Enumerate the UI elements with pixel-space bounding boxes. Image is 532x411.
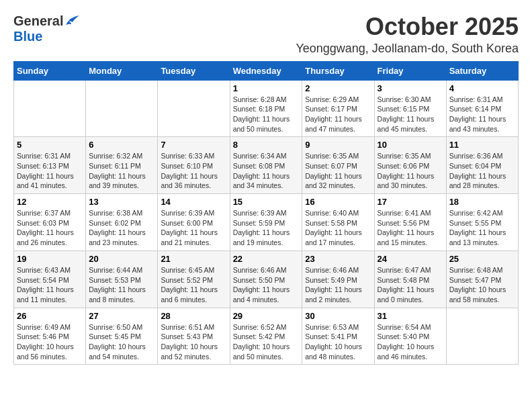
day-number: 13 (89, 197, 154, 207)
day-info: Sunrise: 6:46 AMSunset: 5:49 PMDaylight:… (305, 265, 371, 305)
day-number: 15 (233, 197, 300, 207)
day-info: Sunrise: 6:28 AMSunset: 6:18 PMDaylight:… (233, 95, 300, 134)
day-info: Sunrise: 6:44 AMSunset: 5:53 PMDaylight:… (89, 265, 154, 305)
day-info: Sunrise: 6:46 AMSunset: 5:50 PMDaylight:… (233, 265, 300, 305)
day-info: Sunrise: 6:40 AMSunset: 5:58 PMDaylight:… (305, 208, 371, 248)
day-number: 30 (305, 311, 371, 321)
day-info: Sunrise: 6:41 AMSunset: 5:56 PMDaylight:… (378, 208, 443, 248)
logo-blue: Blue (13, 29, 42, 44)
day-number: 20 (89, 254, 154, 264)
day-info: Sunrise: 6:43 AMSunset: 5:54 PMDaylight:… (17, 265, 83, 305)
calendar-cell: 29Sunrise: 6:52 AMSunset: 5:42 PMDayligh… (230, 308, 302, 365)
calendar-table: SundayMondayTuesdayWednesdayThursdayFrid… (13, 61, 519, 365)
calendar-cell: 18Sunrise: 6:42 AMSunset: 5:55 PMDayligh… (446, 194, 518, 251)
day-info: Sunrise: 6:35 AMSunset: 6:06 PMDaylight:… (378, 151, 443, 191)
day-number: 26 (17, 311, 83, 321)
calendar-header-row: SundayMondayTuesdayWednesdayThursdayFrid… (14, 61, 519, 80)
calendar-cell: 25Sunrise: 6:48 AMSunset: 5:47 PMDayligh… (446, 250, 518, 308)
day-number: 10 (378, 140, 443, 150)
day-number: 18 (449, 197, 515, 207)
calendar-week-row: 19Sunrise: 6:43 AMSunset: 5:54 PMDayligh… (14, 250, 519, 308)
calendar-cell: 6Sunrise: 6:32 AMSunset: 6:11 PMDaylight… (86, 137, 158, 194)
day-number: 2 (305, 83, 371, 93)
weekday-header: Wednesday (230, 61, 302, 80)
calendar-cell: 20Sunrise: 6:44 AMSunset: 5:53 PMDayligh… (86, 250, 158, 308)
day-info: Sunrise: 6:30 AMSunset: 6:15 PMDaylight:… (378, 95, 443, 134)
logo-general: General (13, 13, 63, 29)
day-number: 11 (449, 140, 515, 150)
calendar-cell: 23Sunrise: 6:46 AMSunset: 5:49 PMDayligh… (302, 250, 374, 308)
day-info: Sunrise: 6:53 AMSunset: 5:41 PMDaylight:… (305, 322, 371, 362)
calendar-cell: 2Sunrise: 6:29 AMSunset: 6:17 PMDaylight… (302, 80, 374, 137)
day-info: Sunrise: 6:33 AMSunset: 6:10 PMDaylight:… (161, 151, 226, 191)
day-number: 4 (449, 83, 515, 93)
page-header: General Blue October 2025 Yeonggwang, Je… (13, 13, 519, 56)
day-info: Sunrise: 6:52 AMSunset: 5:42 PMDaylight:… (233, 322, 300, 362)
day-info: Sunrise: 6:38 AMSunset: 6:02 PMDaylight:… (89, 208, 154, 248)
day-info: Sunrise: 6:31 AMSunset: 6:13 PMDaylight:… (17, 151, 83, 191)
calendar-week-row: 26Sunrise: 6:49 AMSunset: 5:46 PMDayligh… (14, 308, 519, 365)
day-number: 17 (378, 197, 443, 207)
calendar-week-row: 5Sunrise: 6:31 AMSunset: 6:13 PMDaylight… (14, 137, 519, 194)
day-number: 14 (161, 197, 226, 207)
day-number: 31 (378, 311, 443, 321)
day-number: 22 (233, 254, 300, 264)
day-info: Sunrise: 6:35 AMSunset: 6:07 PMDaylight:… (305, 151, 371, 191)
day-number: 24 (378, 254, 443, 264)
weekday-header: Sunday (14, 61, 86, 80)
calendar-cell: 9Sunrise: 6:35 AMSunset: 6:07 PMDaylight… (302, 137, 374, 194)
calendar-cell: 26Sunrise: 6:49 AMSunset: 5:46 PMDayligh… (14, 308, 86, 365)
day-info: Sunrise: 6:50 AMSunset: 5:45 PMDaylight:… (89, 322, 154, 362)
calendar-cell: 28Sunrise: 6:51 AMSunset: 5:43 PMDayligh… (158, 308, 230, 365)
calendar-cell: 5Sunrise: 6:31 AMSunset: 6:13 PMDaylight… (14, 137, 86, 194)
calendar-week-row: 12Sunrise: 6:37 AMSunset: 6:03 PMDayligh… (14, 194, 519, 251)
calendar-cell: 11Sunrise: 6:36 AMSunset: 6:04 PMDayligh… (446, 137, 518, 194)
day-number: 27 (89, 311, 154, 321)
calendar-cell: 22Sunrise: 6:46 AMSunset: 5:50 PMDayligh… (230, 250, 302, 308)
day-info: Sunrise: 6:45 AMSunset: 5:52 PMDaylight:… (161, 265, 226, 305)
day-info: Sunrise: 6:47 AMSunset: 5:48 PMDaylight:… (378, 265, 443, 305)
calendar-cell: 27Sunrise: 6:50 AMSunset: 5:45 PMDayligh… (86, 308, 158, 365)
calendar-cell: 7Sunrise: 6:33 AMSunset: 6:10 PMDaylight… (158, 137, 230, 194)
calendar-cell: 30Sunrise: 6:53 AMSunset: 5:41 PMDayligh… (302, 308, 374, 365)
day-info: Sunrise: 6:36 AMSunset: 6:04 PMDaylight:… (449, 151, 515, 191)
calendar-cell: 17Sunrise: 6:41 AMSunset: 5:56 PMDayligh… (374, 194, 446, 251)
day-info: Sunrise: 6:42 AMSunset: 5:55 PMDaylight:… (449, 208, 515, 248)
day-number: 16 (305, 197, 371, 207)
calendar-cell: 4Sunrise: 6:31 AMSunset: 6:14 PMDaylight… (446, 80, 518, 137)
calendar-cell: 14Sunrise: 6:39 AMSunset: 6:00 PMDayligh… (158, 194, 230, 251)
calendar-cell: 31Sunrise: 6:54 AMSunset: 5:40 PMDayligh… (374, 308, 446, 365)
weekday-header: Monday (86, 61, 158, 80)
calendar-cell (14, 80, 86, 137)
calendar-cell: 24Sunrise: 6:47 AMSunset: 5:48 PMDayligh… (374, 250, 446, 308)
day-info: Sunrise: 6:29 AMSunset: 6:17 PMDaylight:… (305, 95, 371, 134)
calendar-cell: 19Sunrise: 6:43 AMSunset: 5:54 PMDayligh… (14, 250, 86, 308)
calendar-cell: 21Sunrise: 6:45 AMSunset: 5:52 PMDayligh… (158, 250, 230, 308)
calendar-cell: 1Sunrise: 6:28 AMSunset: 6:18 PMDaylight… (230, 80, 302, 137)
day-info: Sunrise: 6:39 AMSunset: 6:00 PMDaylight:… (161, 208, 226, 248)
bird-icon (64, 15, 79, 28)
weekday-header: Saturday (446, 61, 518, 80)
day-number: 3 (378, 83, 443, 93)
day-info: Sunrise: 6:37 AMSunset: 6:03 PMDaylight:… (17, 208, 83, 248)
calendar-week-row: 1Sunrise: 6:28 AMSunset: 6:18 PMDaylight… (14, 80, 519, 137)
day-info: Sunrise: 6:34 AMSunset: 6:08 PMDaylight:… (233, 151, 300, 191)
calendar-cell: 16Sunrise: 6:40 AMSunset: 5:58 PMDayligh… (302, 194, 374, 251)
logo: General Blue (13, 13, 79, 44)
calendar-cell: 13Sunrise: 6:38 AMSunset: 6:02 PMDayligh… (86, 194, 158, 251)
day-number: 12 (17, 197, 83, 207)
day-number: 8 (233, 140, 300, 150)
calendar-body: 1Sunrise: 6:28 AMSunset: 6:18 PMDaylight… (14, 80, 519, 365)
day-number: 28 (161, 311, 226, 321)
day-info: Sunrise: 6:51 AMSunset: 5:43 PMDaylight:… (161, 322, 226, 362)
day-number: 29 (233, 311, 300, 321)
location-title: Yeonggwang, Jeollanam-do, South Korea (296, 42, 519, 56)
calendar-cell (86, 80, 158, 137)
calendar-cell: 12Sunrise: 6:37 AMSunset: 6:03 PMDayligh… (14, 194, 86, 251)
day-number: 5 (17, 140, 83, 150)
calendar-cell: 8Sunrise: 6:34 AMSunset: 6:08 PMDaylight… (230, 137, 302, 194)
day-info: Sunrise: 6:39 AMSunset: 5:59 PMDaylight:… (233, 208, 300, 248)
title-section: October 2025 Yeonggwang, Jeollanam-do, S… (296, 13, 519, 56)
day-number: 9 (305, 140, 371, 150)
day-number: 19 (17, 254, 83, 264)
